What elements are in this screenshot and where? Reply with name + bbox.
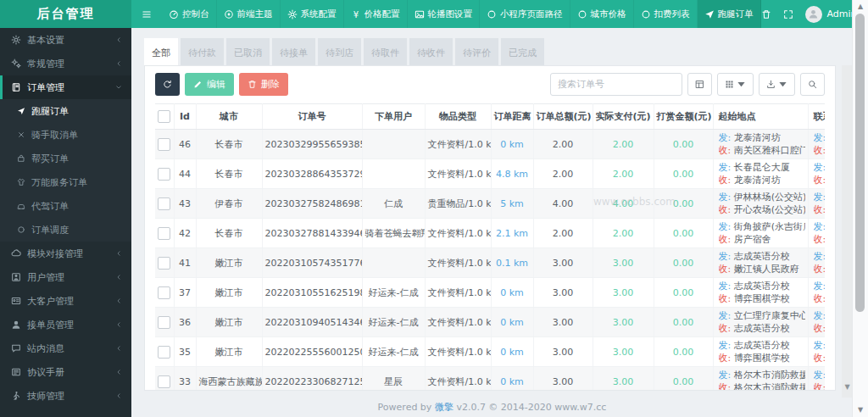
address-to: 收: 嫩江镇人民政府 bbox=[719, 263, 805, 275]
scroll-down-arrow-icon[interactable]: ▼ bbox=[853, 407, 868, 414]
topnav-item-前端主题[interactable]: 前端主题 bbox=[217, 0, 281, 28]
sidebar-toggle-button[interactable] bbox=[131, 0, 162, 28]
topnav-item-轮播图设置[interactable]: 轮播图设置 bbox=[408, 0, 481, 28]
column-header-实际支付(元)[interactable]: 实际支付(元) bbox=[593, 104, 654, 130]
contact-from: 发: 1 bbox=[814, 191, 826, 203]
tab-待接单[interactable]: 待接单 bbox=[272, 38, 315, 67]
sidebar-item-基本设置[interactable]: 基本设置 bbox=[0, 28, 131, 52]
user-menu[interactable]: Admin bbox=[805, 6, 857, 23]
page-scrollbar-thumb[interactable] bbox=[855, 14, 865, 312]
cell-order-no: 202202233068271253 bbox=[262, 367, 362, 392]
sidebar-subitem-骑手取消单[interactable]: 骑手取消单 bbox=[0, 123, 131, 147]
page-scrollbar[interactable]: ▲ ▼ bbox=[852, 0, 868, 417]
column-header-打赏金额(元)[interactable]: 打赏金额(元) bbox=[654, 104, 713, 130]
tab-待到店[interactable]: 待到店 bbox=[318, 38, 361, 67]
topnav-item-系统配置[interactable]: 系统配置 bbox=[281, 0, 344, 28]
sidebar-item-协议手册[interactable]: 协议手册 bbox=[0, 360, 131, 384]
export-button[interactable] bbox=[759, 73, 795, 96]
cell-tip: 0.00 bbox=[654, 159, 713, 189]
send-label: 发: bbox=[814, 281, 826, 292]
column-header-下单用户[interactable]: 下单用户 bbox=[362, 104, 425, 130]
sidebar-item-常规管理[interactable]: 常规管理 bbox=[0, 52, 131, 75]
yen-icon: ¥ bbox=[351, 9, 361, 19]
sidebar-item-大客户管理[interactable]: 大客户管理 bbox=[0, 289, 131, 313]
topnav-item-跑腿订单[interactable]: 跑腿订单 bbox=[698, 0, 761, 28]
trash-icon[interactable] bbox=[761, 9, 771, 19]
cell-paid: 3.00 bbox=[593, 278, 654, 308]
topnav-item-城市价格[interactable]: 城市价格 bbox=[570, 0, 634, 28]
cell-distance: 2.1 km bbox=[491, 219, 533, 248]
cell-item-type: 文件资料/1.0 kg bbox=[425, 130, 491, 159]
sidebar-subitem-订单调度[interactable]: 订单调度 bbox=[0, 218, 131, 242]
scroll-up-arrow-icon[interactable]: ▲ bbox=[853, 3, 868, 10]
edit-button[interactable]: 编辑 bbox=[185, 73, 234, 96]
row-checkbox[interactable] bbox=[158, 346, 170, 359]
topnav-menu: 控制台前端主题系统配置¥价格配置轮播图设置小程序页面路径城市价格扣费列表跑腿订单 bbox=[162, 0, 761, 28]
sidebar-subitem-跑腿订单[interactable]: 跑腿订单 bbox=[0, 99, 131, 123]
tab-待评价[interactable]: 待评价 bbox=[455, 38, 498, 67]
cell-total: 2.00 bbox=[533, 159, 593, 189]
layout-button[interactable] bbox=[687, 73, 712, 96]
column-header-起始地点[interactable]: 起始地点 bbox=[713, 104, 808, 130]
search-input[interactable] bbox=[550, 73, 682, 96]
column-header-订单总额(元)[interactable]: 订单总额(元) bbox=[533, 104, 593, 130]
row-checkbox[interactable] bbox=[158, 316, 170, 329]
sidebar-item-label: 基本设置 bbox=[27, 34, 64, 47]
row-checkbox[interactable] bbox=[158, 375, 170, 388]
address-to: 收: 房产宿舍 bbox=[719, 233, 805, 246]
row-checkbox[interactable] bbox=[158, 227, 170, 240]
row-checkbox[interactable] bbox=[158, 197, 170, 210]
tab-全部[interactable]: 全部 bbox=[144, 38, 178, 67]
topnav-item-控制台[interactable]: 控制台 bbox=[162, 0, 217, 28]
row-checkbox[interactable] bbox=[158, 168, 170, 181]
tab-待收件[interactable]: 待收件 bbox=[409, 38, 453, 67]
sidebar-item-技师管理[interactable]: 技师管理 bbox=[0, 384, 131, 408]
column-header-城市[interactable]: 城市 bbox=[196, 104, 262, 130]
tab-已取消[interactable]: 已取消 bbox=[226, 38, 270, 67]
tab-待取件[interactable]: 待取件 bbox=[364, 38, 407, 67]
tab-待付款[interactable]: 待付款 bbox=[181, 38, 224, 67]
cell-user: 仁成 bbox=[362, 189, 425, 219]
delete-button[interactable]: 删除 bbox=[239, 73, 288, 96]
sidebar-item-站内消息[interactable]: 站内消息 bbox=[0, 336, 131, 360]
cell-contacts: 发: 1收: 1 bbox=[808, 189, 825, 219]
sidebar-item-订单管理[interactable]: 订单管理 bbox=[0, 75, 131, 99]
receive-label: 收: bbox=[719, 293, 734, 304]
sidebar-subitem-万能服务订单[interactable]: 万能服务订单 bbox=[0, 170, 131, 194]
footer-brand-link[interactable]: 微擎 bbox=[435, 402, 453, 413]
footer-version-text: v2.0.7 © 2014-2020 www.w7.cc bbox=[456, 402, 606, 413]
sidebar-item-模块对接管理[interactable]: 模块对接管理 bbox=[0, 242, 131, 265]
contact-from: 发: 1 bbox=[814, 339, 826, 352]
topnav-item-小程序页面路径[interactable]: 小程序页面路径 bbox=[480, 0, 570, 28]
row-checkbox[interactable] bbox=[158, 257, 170, 270]
topnav-item-价格配置[interactable]: ¥价格配置 bbox=[344, 0, 408, 28]
bag-icon bbox=[17, 154, 25, 163]
sidebar-subitem-帮买订单[interactable]: 帮买订单 bbox=[0, 147, 131, 170]
cell-total: 3.00 bbox=[533, 308, 593, 337]
select-all-checkbox[interactable] bbox=[158, 110, 170, 123]
column-header-Id[interactable]: Id bbox=[174, 104, 196, 130]
column-header-物品类型[interactable]: 物品类型 bbox=[425, 104, 491, 130]
sidebar-subitem-代驾订单[interactable]: 代驾订单 bbox=[0, 194, 131, 218]
sidebar-item-接单员管理[interactable]: 接单员管理 bbox=[0, 313, 131, 336]
sidebar-item-用户管理[interactable]: 用户管理 bbox=[0, 265, 131, 289]
cell-id: 43 bbox=[174, 189, 196, 219]
footer-powered-text: Powered by bbox=[378, 402, 432, 413]
column-header-订单距离[interactable]: 订单距离 bbox=[491, 104, 533, 130]
fullscreen-icon[interactable] bbox=[783, 9, 793, 19]
contact-to: 收: 1 bbox=[814, 381, 826, 391]
row-checkbox[interactable] bbox=[158, 286, 170, 299]
search-button[interactable] bbox=[800, 73, 825, 96]
sidebar-item-label: 接单员管理 bbox=[27, 319, 74, 331]
topnav-item-label: 跑腿订单 bbox=[718, 8, 754, 20]
columns-button[interactable] bbox=[717, 73, 754, 96]
refresh-button[interactable] bbox=[155, 73, 180, 96]
status-tabs: 全部待付款已取消待接单待到店待取件待收件待评价已完成 bbox=[144, 38, 544, 67]
tab-已完成[interactable]: 已完成 bbox=[501, 38, 544, 67]
row-checkbox[interactable] bbox=[158, 138, 170, 151]
address-from: 发: 志成英语分校 bbox=[719, 339, 805, 352]
column-header-联系电话[interactable]: 联系电话 bbox=[808, 104, 825, 130]
topnav-item-扣费列表[interactable]: 扣费列表 bbox=[634, 0, 698, 28]
address-from: 发: 街角披萨(永吉街店) bbox=[719, 220, 805, 233]
column-header-订单号[interactable]: 订单号 bbox=[262, 104, 362, 130]
